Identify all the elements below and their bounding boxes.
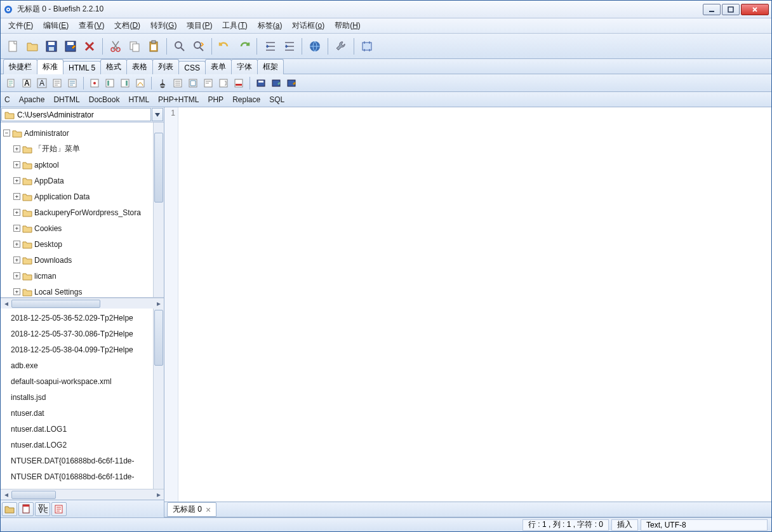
close-button[interactable] [741,4,769,15]
file-item[interactable]: 2018-12-25-05-38-04.099-Tp2Helpe [2,342,152,357]
expand-icon[interactable]: + [13,209,20,216]
toolbox-button-3[interactable] [50,76,64,90]
toolbox-tab[interactable]: 框架 [257,59,284,74]
file-item[interactable]: ntuser.dat [2,405,152,421]
tree-item[interactable]: +licman [2,268,152,284]
lang-c[interactable]: C [4,95,10,104]
file-item[interactable]: installs.jsd [2,389,152,405]
toolbox-button-16[interactable] [269,76,283,90]
tree-item[interactable]: +「开始」菜单 [2,141,152,157]
document-tab[interactable]: 无标题 0 × [167,502,216,517]
status-encoding[interactable]: Text, UTF-8 [641,519,768,531]
findrepl-button[interactable] [190,37,208,55]
new-button[interactable] [4,37,22,55]
close-tab-icon[interactable]: × [206,506,211,514]
path-field[interactable]: C:\Users\Administrator [1,108,151,121]
close-button[interactable] [81,37,98,55]
toolbox-button-8[interactable] [133,76,147,90]
tree-item[interactable]: +Local Settings [2,284,152,297]
menu-o[interactable]: 对话框(o) [288,19,328,32]
scroll-right-button[interactable]: ▸ [153,299,164,309]
toolbox-button-10[interactable] [171,76,185,90]
file-item[interactable]: 2018-12-25-05-37-30.086-Tp2Helpe [2,326,152,342]
save-button[interactable] [43,37,60,55]
find-button[interactable] [171,37,189,55]
filelist-hscrollbar[interactable]: ◂ ▸ [1,489,164,500]
scrollbar-track[interactable] [11,299,153,309]
toolbox-button-12[interactable] [201,76,215,90]
paste-button[interactable] [145,37,163,55]
lang-replace[interactable]: Replace [232,95,260,104]
lang-sql[interactable]: SQL [269,95,284,104]
expand-icon[interactable]: + [13,225,20,232]
menu-t[interactable]: 工具(T) [218,19,251,32]
bookmarks-button[interactable] [18,502,34,516]
tree-item[interactable]: +apktool [2,157,152,173]
redo-button[interactable] [235,37,253,55]
expand-icon[interactable]: + [13,177,20,184]
scroll-left-button[interactable]: ◂ [1,490,11,500]
toolbox-button-9[interactable] [156,76,170,90]
expand-icon[interactable]: + [13,272,20,279]
tree-hscrollbar[interactable]: ◂ ▸ [1,298,164,309]
unindent-button[interactable] [261,37,279,55]
scrollbar-thumb[interactable] [154,310,163,366]
expand-icon[interactable]: + [13,145,20,152]
indent-button[interactable] [280,37,298,55]
copy-button[interactable] [126,37,143,55]
file-item[interactable]: 2018-12-25-05-36-52.029-Tp2Helpe [2,310,152,326]
minimize-button[interactable] [703,4,721,15]
menu-g[interactable]: 转到(G) [147,19,180,32]
file-item[interactable]: adb.exe [2,357,152,373]
scrollbar-track[interactable] [11,490,153,500]
filelist-vscrollbar[interactable] [153,309,164,489]
fullscreen-button[interactable] [358,37,376,55]
toolbox-button-11[interactable] [186,76,200,90]
menu-v[interactable]: 查看(V) [75,19,108,32]
menu-e[interactable]: 编辑(E) [39,19,72,32]
collapse-icon[interactable]: − [3,130,10,136]
file-item[interactable]: NTUSER.DAT{016888bd-6c6f-11de- [2,453,152,469]
code-textarea[interactable] [178,107,771,502]
scrollbar-thumb[interactable] [11,300,100,308]
tree-vscrollbar[interactable] [153,123,164,297]
lang-php[interactable]: PHP [208,95,223,104]
cut-button[interactable] [107,37,124,55]
tree-item[interactable]: +AppData [2,173,152,189]
menu-d[interactable]: 文档(D) [110,19,144,32]
tree-item[interactable]: −Administrator [2,125,152,141]
snippets-button[interactable] [51,502,67,516]
web-button[interactable] [306,37,324,55]
scrollbar-thumb[interactable] [11,491,56,499]
toolbox-tab[interactable]: HTML 5 [63,61,101,74]
menu-p[interactable]: 项目(P) [183,19,216,32]
toolbox-tab[interactable]: 格式 [100,59,127,74]
toolbox-button-1[interactable]: A [20,76,34,90]
scroll-left-button[interactable]: ◂ [1,299,11,309]
toolbox-button-2[interactable]: A [35,76,49,90]
tree-item[interactable]: +Application Data [2,189,152,204]
lang-apache[interactable]: Apache [19,95,45,104]
file-item[interactable]: ntuser.dat.LOG1 [2,421,152,437]
path-dropdown-button[interactable] [152,108,163,121]
menu-a[interactable]: 标签(a) [254,19,286,32]
toolbox-tab[interactable]: 列表 [152,59,179,74]
menu-f[interactable]: 文件(F) [4,19,37,32]
toolbox-button-4[interactable] [65,76,79,90]
file-item[interactable]: NTUSER DAT{016888bd-6c6f-11de- [2,469,152,484]
status-insert-mode[interactable]: 插入 [611,519,638,531]
lang-dhtml[interactable]: DHTML [53,95,79,104]
saveas-button[interactable] [62,37,79,55]
scroll-right-button[interactable]: ▸ [153,490,164,500]
file-item[interactable]: default-soapui-workspace.xml [2,373,152,389]
charmap-button[interactable]: ∀C∀∈ [35,502,50,516]
toolbox-tab[interactable]: CSS [178,61,206,74]
expand-icon[interactable]: + [13,256,20,263]
toolbox-tab[interactable]: 标准 [37,59,63,74]
tree-item[interactable]: +Desktop [2,236,152,252]
toolbox-button-5[interactable] [88,76,102,90]
folder-tree[interactable]: −Administrator+「开始」菜单+apktool+AppData+Ap… [1,123,153,297]
toolbox-tab[interactable]: 表单 [205,59,232,74]
tree-item[interactable]: +BackuperyForWordpress_Stora [2,204,152,220]
lang-docbook[interactable]: DocBook [89,95,120,104]
